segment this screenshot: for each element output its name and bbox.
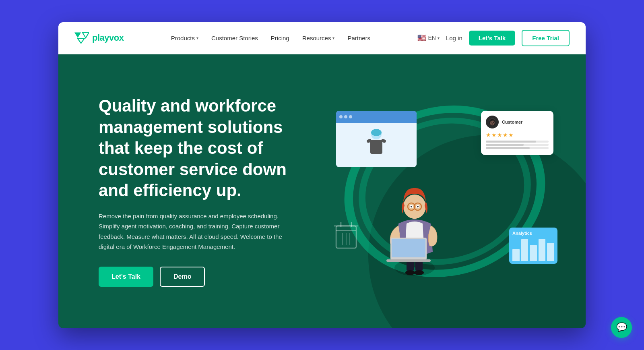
rating-info: Customer: [502, 120, 522, 124]
brand-name: playvox: [92, 33, 124, 43]
hero-lets-talk-button[interactable]: Let's Talk: [99, 267, 153, 287]
nav-links: Products ▾ Customer Stories Pricing Reso…: [171, 35, 370, 41]
nav-resources[interactable]: Resources ▾: [302, 35, 335, 41]
bar-1: [512, 249, 520, 261]
trash-icon-container: [332, 218, 360, 252]
logo-icon: [74, 32, 89, 43]
chart-card: Analytics: [509, 228, 557, 264]
hero-illustration: 👩🏿 Customer ★★★★★: [328, 87, 561, 296]
star-rating: ★★★★★: [486, 132, 549, 138]
navbar: playvox Products ▾ Customer Stories Pric…: [58, 22, 586, 54]
nav-customer-stories[interactable]: Customer Stories: [211, 35, 258, 41]
logo-link[interactable]: playvox: [74, 32, 124, 43]
nav-products[interactable]: Products ▾: [171, 35, 198, 41]
hero-subtitle: Remove the pain from quality assurance a…: [99, 211, 292, 252]
svg-point-4: [371, 129, 382, 136]
dot-2: [344, 115, 347, 118]
svg-marker-0: [74, 33, 81, 38]
chat-widget[interactable]: 💬: [611, 317, 632, 338]
rating-header: 👩🏿 Customer: [486, 116, 549, 128]
lets-talk-button[interactable]: Let's Talk: [469, 31, 515, 46]
bar-4: [539, 239, 546, 261]
hero-title: Quality and workforce management solutio…: [99, 95, 308, 201]
browser-window: playvox Products ▾ Customer Stories Pric…: [58, 22, 586, 328]
svg-rect-14: [392, 239, 425, 257]
login-link[interactable]: Log in: [446, 35, 462, 41]
illustration-container: 👩🏿 Customer ★★★★★: [328, 87, 561, 296]
svg-marker-2: [78, 39, 84, 43]
resources-chevron-icon: ▾: [332, 36, 334, 40]
rating-bar-1: [486, 141, 549, 143]
nav-right: 🇺🇸 EN ▾ Log in Let's Talk Free Trial: [417, 30, 570, 46]
person-on-screen-svg: [364, 127, 388, 163]
dot-1: [339, 115, 343, 118]
main-person-svg: [368, 163, 461, 284]
rating-avatar: 👩🏿: [486, 116, 499, 128]
screen-header: [336, 111, 417, 123]
trash-basket-svg: [332, 218, 360, 250]
chat-icon: 💬: [616, 322, 627, 333]
chart-title: Analytics: [512, 231, 554, 236]
rating-bars: [486, 141, 549, 149]
svg-marker-1: [83, 33, 89, 38]
hero-buttons: Let's Talk Demo: [99, 267, 308, 287]
hero-content: Quality and workforce management solutio…: [99, 95, 308, 287]
nav-partners[interactable]: Partners: [347, 35, 370, 41]
language-code: EN: [428, 35, 436, 41]
lang-chevron-icon: ▾: [438, 36, 440, 40]
products-chevron-icon: ▾: [196, 36, 198, 40]
svg-point-23: [411, 206, 412, 207]
hero-demo-button[interactable]: Demo: [160, 267, 205, 287]
bar-3: [530, 245, 537, 261]
bar-5: [547, 243, 554, 261]
nav-pricing[interactable]: Pricing: [271, 35, 289, 41]
svg-point-11: [405, 270, 415, 275]
chart-bars: [512, 239, 554, 261]
free-trial-button[interactable]: Free Trial: [522, 30, 570, 46]
rating-bar-2: [486, 144, 549, 146]
svg-point-24: [417, 206, 419, 207]
svg-rect-15: [386, 259, 431, 262]
flag-icon: 🇺🇸: [417, 33, 426, 42]
svg-rect-5: [370, 140, 382, 154]
screen-body: [336, 123, 417, 167]
bar-2: [521, 239, 528, 261]
floating-screen-card: [336, 111, 417, 167]
rating-bar-3: [486, 147, 549, 149]
rating-card: 👩🏿 Customer ★★★★★: [481, 111, 553, 155]
dot-3: [349, 115, 352, 118]
hero-section: Quality and workforce management solutio…: [58, 54, 586, 328]
svg-point-12: [414, 270, 424, 275]
language-selector[interactable]: 🇺🇸 EN ▾: [417, 33, 439, 42]
